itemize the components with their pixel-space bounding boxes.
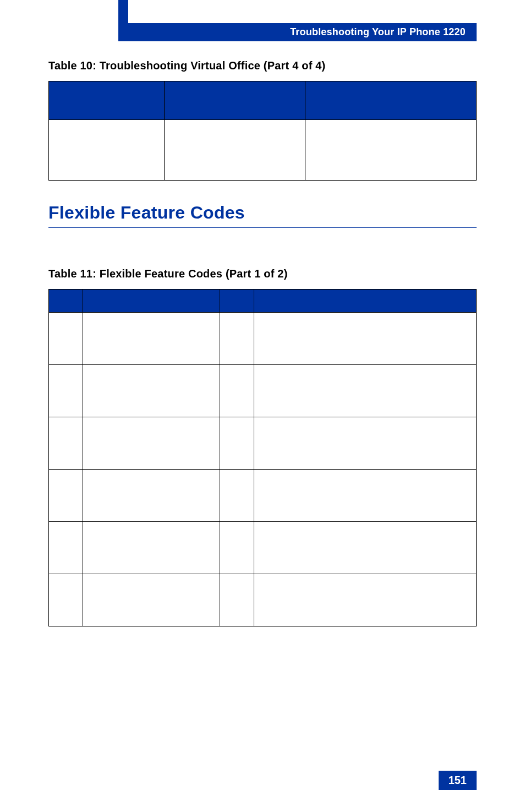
table11-cell: [49, 313, 83, 365]
table-row: [49, 417, 477, 470]
table11-cell: [254, 417, 476, 470]
table11-cell: [254, 470, 476, 522]
table-header-row: [49, 81, 477, 120]
table11-cell: [83, 365, 220, 417]
page-number: 151: [439, 771, 477, 790]
page-content: Table 10: Troubleshooting Virtual Office…: [48, 59, 477, 648]
table10-cell: [164, 120, 305, 181]
table10-header-3: [305, 81, 477, 120]
table10-cell: [49, 120, 165, 181]
table11-cell: [49, 522, 83, 574]
table-header-row: [49, 290, 477, 313]
table11-cell: [83, 522, 220, 574]
table11-cell: [220, 313, 254, 365]
table-row: [49, 522, 477, 574]
table11-header-3: [220, 290, 254, 313]
table11-cell: [49, 574, 83, 626]
table-row: [49, 574, 477, 626]
table11-cell: [83, 470, 220, 522]
table-row: [49, 313, 477, 365]
table11-cell: [220, 574, 254, 626]
table11-cell: [254, 365, 476, 417]
document-page: Troubleshooting Your IP Phone 1220 Table…: [0, 0, 525, 812]
table11-cell: [49, 470, 83, 522]
table10-header-1: [49, 81, 165, 120]
section-heading: Flexible Feature Codes: [48, 203, 477, 228]
table11-cell: [49, 417, 83, 470]
table10-caption: Table 10: Troubleshooting Virtual Office…: [48, 59, 477, 72]
table11: [48, 289, 477, 626]
table11-header-4: [254, 290, 476, 313]
table11-header-1: [49, 290, 83, 313]
table11-cell: [220, 522, 254, 574]
table10-cell: [305, 120, 477, 181]
table-row: [49, 365, 477, 417]
table11-cell: [254, 313, 476, 365]
table10: [48, 81, 477, 181]
table11-cell: [220, 470, 254, 522]
header-title: Troubleshooting Your IP Phone 1220: [290, 26, 466, 38]
table11-header-2: [83, 290, 220, 313]
table11-cell: [254, 574, 476, 626]
table11-cell: [83, 313, 220, 365]
table11-cell: [220, 417, 254, 470]
page-header: Troubleshooting Your IP Phone 1220: [128, 23, 477, 41]
table-row: [49, 470, 477, 522]
table10-header-2: [164, 81, 305, 120]
side-strip-decoration: [118, 0, 128, 41]
table-row: [49, 120, 477, 181]
table11-cell: [254, 522, 476, 574]
table11-cell: [49, 365, 83, 417]
table11-cell: [220, 365, 254, 417]
table11-cell: [83, 574, 220, 626]
table11-cell: [83, 417, 220, 470]
table11-caption: Table 11: Flexible Feature Codes (Part 1…: [48, 268, 477, 280]
